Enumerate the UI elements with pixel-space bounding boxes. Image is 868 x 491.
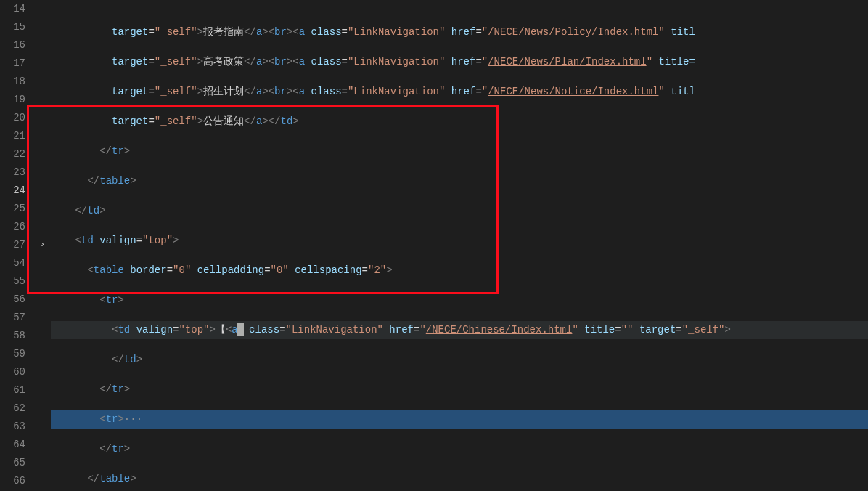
- code-line-folded[interactable]: <tr>···: [51, 410, 868, 429]
- code-line[interactable]: target="_self">招生计划</a><br><a class="Lin…: [51, 83, 868, 101]
- code-line[interactable]: </tr>: [51, 381, 868, 399]
- line-number: 27: [0, 236, 40, 254]
- fold-column: ›: [40, 0, 51, 491]
- line-number: 62: [0, 399, 40, 418]
- line-number-gutter: 14 15 16 17 18 19 20 21 22 23 24 25 26 2…: [0, 0, 40, 491]
- code-line[interactable]: </td>: [51, 202, 868, 220]
- line-number: 64: [0, 436, 40, 454]
- line-number: 58: [0, 327, 40, 345]
- fold-chevron-icon[interactable]: ›: [40, 236, 51, 254]
- code-line-current[interactable]: <td valign="top">【<a class="LinkNavigati…: [51, 321, 868, 339]
- line-number: 18: [0, 73, 40, 91]
- line-number: 15: [0, 18, 40, 36]
- line-number: 19: [0, 91, 40, 109]
- line-number: 59: [0, 345, 40, 363]
- code-line[interactable]: </tr>: [51, 440, 868, 458]
- folded-ellipsis[interactable]: ···: [124, 413, 142, 425]
- line-number: 56: [0, 291, 40, 309]
- code-line[interactable]: </tr>: [51, 142, 868, 161]
- line-number: 21: [0, 127, 40, 145]
- line-number: 26: [0, 218, 40, 236]
- line-number: 17: [0, 54, 40, 73]
- line-number: 16: [0, 36, 40, 54]
- line-number: 66: [0, 472, 40, 490]
- code-line[interactable]: <td valign="top">: [51, 232, 868, 250]
- code-line[interactable]: target="_self">高考政策</a><br><a class="Lin…: [51, 53, 868, 71]
- line-number: 65: [0, 454, 40, 472]
- code-line[interactable]: </table>: [51, 172, 868, 190]
- code-area[interactable]: target="_self">报考指南</a><br><a class="Lin…: [51, 0, 868, 491]
- line-number: 20: [0, 109, 40, 127]
- code-line[interactable]: </td>: [51, 351, 868, 369]
- line-number: 60: [0, 363, 40, 381]
- line-number: 55: [0, 272, 40, 291]
- line-number: 14: [0, 0, 40, 18]
- line-number: 61: [0, 381, 40, 399]
- line-number: 57: [0, 309, 40, 327]
- line-number: 22: [0, 145, 40, 163]
- line-number: 25: [0, 200, 40, 218]
- code-editor[interactable]: 14 15 16 17 18 19 20 21 22 23 24 25 26 2…: [0, 0, 868, 491]
- code-line[interactable]: target="_self">公告通知</a></td>: [51, 113, 868, 131]
- line-number: 54: [0, 254, 40, 272]
- code-line[interactable]: </table>: [51, 470, 868, 488]
- line-number: 63: [0, 418, 40, 436]
- code-line[interactable]: <table border="0" cellpadding="0" cellsp…: [51, 261, 868, 280]
- code-line[interactable]: target="_self">报考指南</a><br><a class="Lin…: [51, 23, 868, 41]
- line-number: 23: [0, 163, 40, 182]
- line-number-current: 24: [0, 182, 40, 200]
- code-line[interactable]: <tr>: [51, 291, 868, 309]
